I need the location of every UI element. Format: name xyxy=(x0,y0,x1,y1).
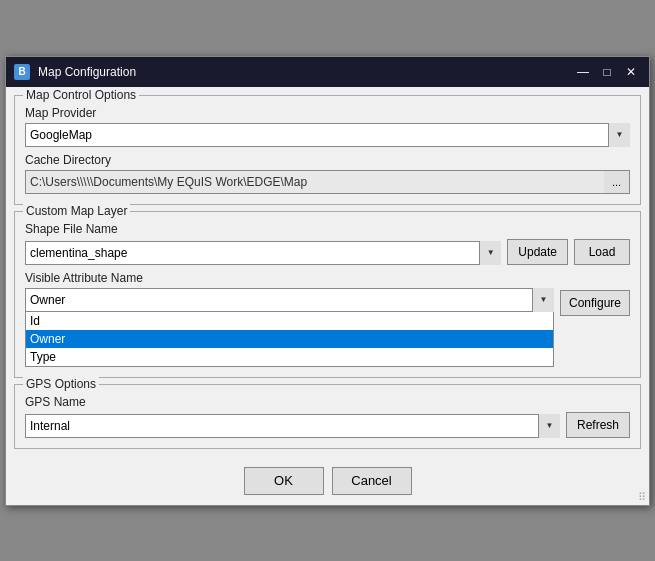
cache-dir-input[interactable] xyxy=(25,170,630,194)
map-provider-select[interactable]: GoogleMap xyxy=(25,123,630,147)
load-button[interactable]: Load xyxy=(574,239,630,265)
dropdown-item-owner[interactable]: Owner xyxy=(26,330,553,348)
window-title: Map Configuration xyxy=(38,65,573,79)
gps-row: Internal Refresh xyxy=(25,412,630,438)
custom-map-group: Custom Map Layer Shape File Name clement… xyxy=(14,211,641,378)
map-provider-label: Map Provider xyxy=(25,106,630,120)
app-icon: B xyxy=(14,64,30,80)
shape-file-row: clementina_shape Update Load xyxy=(25,239,630,265)
dropdown-item-type[interactable]: Type xyxy=(26,348,553,366)
gps-name-select[interactable]: Internal xyxy=(25,414,560,438)
visible-attr-label: Visible Attribute Name xyxy=(25,271,630,285)
map-control-group: Map Control Options Map Provider GoogleM… xyxy=(14,95,641,205)
shape-file-label: Shape File Name xyxy=(25,222,630,236)
gps-name-label: GPS Name xyxy=(25,395,630,409)
cache-dir-wrapper: ... xyxy=(25,170,630,194)
maximize-button[interactable]: □ xyxy=(597,63,617,81)
shape-file-select[interactable]: clementina_shape xyxy=(25,241,501,265)
title-bar: B Map Configuration — □ ✕ xyxy=(6,57,649,87)
visible-attr-col: Owner Id Owner Type xyxy=(25,288,554,367)
shape-file-wrapper: clementina_shape xyxy=(25,241,501,265)
visible-attr-select[interactable]: Owner xyxy=(25,288,554,312)
cancel-button[interactable]: Cancel xyxy=(332,467,412,495)
dialog-footer: OK Cancel xyxy=(6,457,649,505)
ok-button[interactable]: OK xyxy=(244,467,324,495)
minimize-button[interactable]: — xyxy=(573,63,593,81)
dropdown-item-id[interactable]: Id xyxy=(26,312,553,330)
visible-attr-row: Owner Id Owner Type Configure xyxy=(25,288,630,367)
configure-button[interactable]: Configure xyxy=(560,290,630,316)
resize-handle[interactable]: ⠿ xyxy=(638,491,646,504)
map-control-title: Map Control Options xyxy=(23,88,139,102)
cache-dir-label: Cache Directory xyxy=(25,153,630,167)
window-controls: — □ ✕ xyxy=(573,63,641,81)
browse-button[interactable]: ... xyxy=(604,170,630,194)
close-button[interactable]: ✕ xyxy=(621,63,641,81)
map-configuration-dialog: B Map Configuration — □ ✕ Map Control Op… xyxy=(5,56,650,506)
gps-title: GPS Options xyxy=(23,377,99,391)
visible-attr-select-wrapper: Owner xyxy=(25,288,554,312)
gps-group: GPS Options GPS Name Internal Refresh xyxy=(14,384,641,449)
custom-map-title: Custom Map Layer xyxy=(23,204,130,218)
refresh-button[interactable]: Refresh xyxy=(566,412,630,438)
map-provider-wrapper: GoogleMap xyxy=(25,123,630,147)
gps-name-wrapper: Internal xyxy=(25,414,560,438)
attribute-dropdown-list: Id Owner Type xyxy=(25,311,554,367)
dialog-content: Map Control Options Map Provider GoogleM… xyxy=(6,87,649,457)
update-button[interactable]: Update xyxy=(507,239,568,265)
